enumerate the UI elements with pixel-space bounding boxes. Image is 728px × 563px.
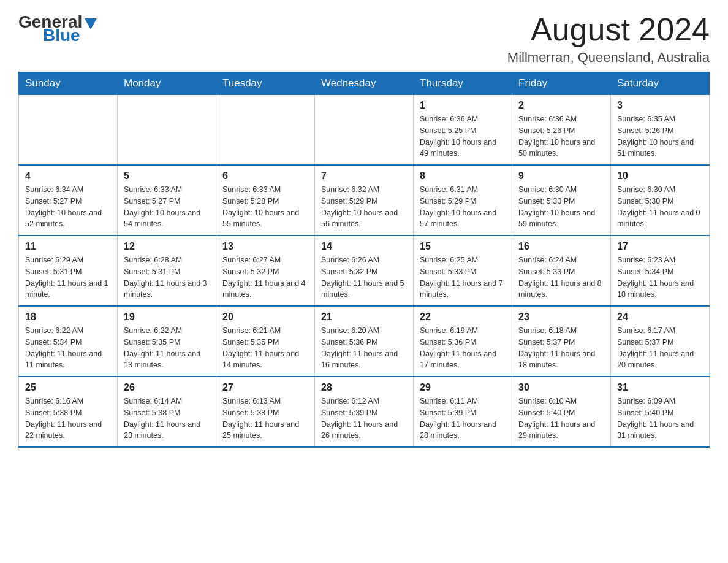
day-number: 31 [617,382,703,393]
calendar-empty-cell [315,95,414,166]
day-info: Sunrise: 6:13 AMSunset: 5:38 PMDaylight:… [222,396,308,442]
calendar-header-row: SundayMondayTuesdayWednesdayThursdayFrid… [19,72,710,95]
calendar-day-5: 5Sunrise: 6:33 AMSunset: 5:27 PMDaylight… [118,165,216,236]
calendar-week-row: 11Sunrise: 6:29 AMSunset: 5:31 PMDayligh… [19,236,710,306]
calendar-day-13: 13Sunrise: 6:27 AMSunset: 5:32 PMDayligh… [216,236,315,306]
day-info: Sunrise: 6:16 AMSunset: 5:38 PMDaylight:… [25,396,111,442]
title-block: August 2024 Millmerran, Queensland, Aust… [507,12,710,66]
calendar-day-4: 4Sunrise: 6:34 AMSunset: 5:27 PMDaylight… [19,165,118,236]
day-info: Sunrise: 6:17 AMSunset: 5:37 PMDaylight:… [617,325,703,371]
day-number: 20 [222,312,308,323]
header-day-tuesday: Tuesday [216,72,315,95]
day-number: 5 [124,170,210,182]
calendar-day-20: 20Sunrise: 6:21 AMSunset: 5:35 PMDayligh… [216,306,315,377]
day-number: 3 [617,100,703,111]
calendar-day-11: 11Sunrise: 6:29 AMSunset: 5:31 PMDayligh… [19,236,118,306]
day-number: 2 [518,100,604,111]
header-day-saturday: Saturday [611,72,710,95]
day-info: Sunrise: 6:22 AMSunset: 5:35 PMDaylight:… [124,325,210,371]
header-day-friday: Friday [512,72,611,95]
day-info: Sunrise: 6:25 AMSunset: 5:33 PMDaylight:… [420,255,506,301]
day-number: 30 [518,382,604,393]
calendar-day-3: 3Sunrise: 6:35 AMSunset: 5:26 PMDaylight… [611,95,710,166]
day-info: Sunrise: 6:11 AMSunset: 5:39 PMDaylight:… [420,396,506,442]
day-number: 22 [420,312,506,323]
calendar-day-17: 17Sunrise: 6:23 AMSunset: 5:34 PMDayligh… [611,236,710,306]
calendar-table: SundayMondayTuesdayWednesdayThursdayFrid… [18,72,710,448]
calendar-week-row: 18Sunrise: 6:22 AMSunset: 5:34 PMDayligh… [19,306,710,377]
location-title: Millmerran, Queensland, Australia [507,50,710,66]
day-info: Sunrise: 6:21 AMSunset: 5:35 PMDaylight:… [222,325,308,371]
day-info: Sunrise: 6:20 AMSunset: 5:36 PMDaylight:… [321,325,407,371]
calendar-day-27: 27Sunrise: 6:13 AMSunset: 5:38 PMDayligh… [216,377,315,447]
day-number: 23 [518,312,604,323]
day-number: 11 [25,241,111,252]
day-number: 17 [617,241,703,252]
day-info: Sunrise: 6:19 AMSunset: 5:36 PMDaylight:… [420,325,506,371]
day-info: Sunrise: 6:28 AMSunset: 5:31 PMDaylight:… [124,255,210,301]
header-day-thursday: Thursday [414,72,512,95]
calendar-day-12: 12Sunrise: 6:28 AMSunset: 5:31 PMDayligh… [118,236,216,306]
calendar-day-26: 26Sunrise: 6:14 AMSunset: 5:38 PMDayligh… [118,377,216,447]
day-number: 19 [124,312,210,323]
day-info: Sunrise: 6:29 AMSunset: 5:31 PMDaylight:… [25,255,111,301]
day-info: Sunrise: 6:12 AMSunset: 5:39 PMDaylight:… [321,396,407,442]
day-number: 4 [25,170,111,182]
day-info: Sunrise: 6:34 AMSunset: 5:27 PMDaylight:… [25,184,111,230]
day-info: Sunrise: 6:24 AMSunset: 5:33 PMDaylight:… [518,255,604,301]
day-number: 10 [617,170,703,182]
day-info: Sunrise: 6:26 AMSunset: 5:32 PMDaylight:… [321,255,407,301]
day-info: Sunrise: 6:23 AMSunset: 5:34 PMDaylight:… [617,255,703,301]
page-header: General Blue August 2024 Millmerran, Que… [18,12,710,66]
calendar-day-16: 16Sunrise: 6:24 AMSunset: 5:33 PMDayligh… [512,236,611,306]
calendar-week-row: 4Sunrise: 6:34 AMSunset: 5:27 PMDaylight… [19,165,710,236]
calendar-day-22: 22Sunrise: 6:19 AMSunset: 5:36 PMDayligh… [414,306,512,377]
calendar-day-29: 29Sunrise: 6:11 AMSunset: 5:39 PMDayligh… [414,377,512,447]
calendar-day-31: 31Sunrise: 6:09 AMSunset: 5:40 PMDayligh… [611,377,710,447]
calendar-day-7: 7Sunrise: 6:32 AMSunset: 5:29 PMDaylight… [315,165,414,236]
calendar-day-14: 14Sunrise: 6:26 AMSunset: 5:32 PMDayligh… [315,236,414,306]
logo-triangle-icon [85,18,97,29]
calendar-day-28: 28Sunrise: 6:12 AMSunset: 5:39 PMDayligh… [315,377,414,447]
day-number: 25 [25,382,111,393]
month-title: August 2024 [507,12,710,47]
day-info: Sunrise: 6:09 AMSunset: 5:40 PMDaylight:… [617,396,703,442]
logo-blue-text: Blue [43,26,80,45]
calendar-day-23: 23Sunrise: 6:18 AMSunset: 5:37 PMDayligh… [512,306,611,377]
day-info: Sunrise: 6:27 AMSunset: 5:32 PMDaylight:… [222,255,308,301]
calendar-day-10: 10Sunrise: 6:30 AMSunset: 5:30 PMDayligh… [611,165,710,236]
day-number: 7 [321,170,407,182]
calendar-empty-cell [19,95,118,166]
day-info: Sunrise: 6:30 AMSunset: 5:30 PMDaylight:… [518,184,604,230]
day-info: Sunrise: 6:36 AMSunset: 5:25 PMDaylight:… [420,113,506,159]
day-info: Sunrise: 6:36 AMSunset: 5:26 PMDaylight:… [518,113,604,159]
calendar-day-15: 15Sunrise: 6:25 AMSunset: 5:33 PMDayligh… [414,236,512,306]
header-day-wednesday: Wednesday [315,72,414,95]
day-number: 8 [420,170,506,182]
day-info: Sunrise: 6:18 AMSunset: 5:37 PMDaylight:… [518,325,604,371]
calendar-day-8: 8Sunrise: 6:31 AMSunset: 5:29 PMDaylight… [414,165,512,236]
calendar-day-24: 24Sunrise: 6:17 AMSunset: 5:37 PMDayligh… [611,306,710,377]
day-number: 24 [617,312,703,323]
day-number: 14 [321,241,407,252]
day-number: 13 [222,241,308,252]
day-number: 29 [420,382,506,393]
calendar-empty-cell [118,95,216,166]
calendar-week-row: 25Sunrise: 6:16 AMSunset: 5:38 PMDayligh… [19,377,710,447]
calendar-day-30: 30Sunrise: 6:10 AMSunset: 5:40 PMDayligh… [512,377,611,447]
day-number: 18 [25,312,111,323]
day-number: 27 [222,382,308,393]
day-number: 6 [222,170,308,182]
day-info: Sunrise: 6:14 AMSunset: 5:38 PMDaylight:… [124,396,210,442]
day-number: 16 [518,241,604,252]
header-day-monday: Monday [118,72,216,95]
logo: General Blue [18,12,97,45]
day-number: 12 [124,241,210,252]
day-info: Sunrise: 6:33 AMSunset: 5:27 PMDaylight:… [124,184,210,230]
day-info: Sunrise: 6:30 AMSunset: 5:30 PMDaylight:… [617,184,703,230]
day-info: Sunrise: 6:32 AMSunset: 5:29 PMDaylight:… [321,184,407,230]
day-info: Sunrise: 6:22 AMSunset: 5:34 PMDaylight:… [25,325,111,371]
header-day-sunday: Sunday [19,72,118,95]
day-number: 21 [321,312,407,323]
calendar-empty-cell [216,95,315,166]
